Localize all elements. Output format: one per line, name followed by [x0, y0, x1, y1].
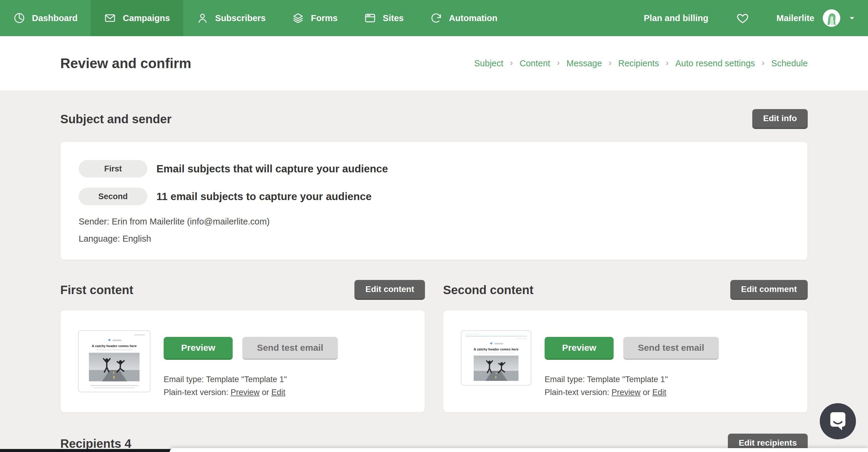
nav-right-group: Plan and billing Mailerlite	[644, 0, 868, 36]
thumb-brand-logo	[489, 342, 503, 345]
edit-info-button[interactable]: Edit info	[752, 109, 808, 129]
breadcrumb-separator: ›	[666, 58, 669, 68]
breadcrumb-separator: ›	[609, 58, 612, 68]
top-nav: Dashboard Campaigns Subscribers	[0, 0, 868, 36]
thumb-paragraph-placeholder	[90, 385, 138, 386]
breadcrumb: Subject › Content › Message › Recipients…	[474, 58, 808, 68]
second-content-card: A catchy header comes here	[443, 310, 808, 413]
plain-text-label: Plain-text version:	[164, 388, 228, 397]
thumb-photo	[89, 353, 140, 383]
nav-label: Dashboard	[32, 13, 78, 23]
edit-comment-button[interactable]: Edit comment	[730, 280, 808, 300]
main-content: Subject and sender Edit info First Email…	[0, 109, 868, 452]
nav-label: Automation	[449, 13, 497, 23]
breadcrumb-subject[interactable]: Subject	[474, 59, 503, 68]
second-content-buttons: Preview Send test email	[545, 337, 790, 360]
chat-launcher-button[interactable]	[820, 403, 856, 439]
page-header: Review and confirm Subject › Content › M…	[0, 36, 868, 90]
breadcrumb-separator: ›	[557, 58, 560, 68]
subject-row-second: Second 11 email subjects to capture your…	[79, 188, 789, 205]
bottom-sheet-edge	[170, 448, 868, 452]
plan-and-billing-link[interactable]: Plan and billing	[644, 13, 708, 23]
breadcrumb-recipients[interactable]: Recipients	[618, 59, 659, 68]
app-screen: Dashboard Campaigns Subscribers	[0, 0, 868, 452]
thumb-headline: A catchy header comes here	[474, 348, 519, 351]
refresh-loop-icon	[430, 12, 442, 24]
plain-text-preview-link[interactable]: Preview	[230, 388, 259, 397]
subject-card: First Email subjects that will capture y…	[60, 141, 808, 260]
heart-icon[interactable]	[736, 11, 749, 25]
plain-text-edit-link[interactable]: Edit	[652, 388, 666, 397]
plain-text-preview-link[interactable]: Preview	[612, 388, 641, 397]
plain-text-label: Plain-text version:	[545, 388, 610, 397]
nav-label: Campaigns	[123, 13, 170, 23]
subject-section-header: Subject and sender Edit info	[60, 109, 808, 129]
thumb-subtext-placeholder	[478, 353, 514, 353]
nav-label: Sites	[383, 13, 404, 23]
second-content-column: Second content Edit comment A catchy hea…	[443, 260, 808, 413]
language-line: Language: English	[79, 234, 789, 244]
subject-section-heading: Subject and sender	[60, 112, 172, 126]
breadcrumb-separator: ›	[762, 58, 765, 68]
thumb-paragraph-placeholder	[93, 388, 135, 388]
nav-label: Subscribers	[215, 13, 266, 23]
layers-icon	[292, 12, 304, 24]
breadcrumb-content[interactable]: Content	[520, 59, 550, 68]
avatar[interactable]	[823, 9, 840, 27]
email-type-text: Email type: Template "Template 1"	[164, 375, 407, 384]
send-test-email-button[interactable]: Send test email	[623, 337, 718, 360]
first-content-column: First content Edit content A catchy head…	[60, 260, 425, 413]
first-content-card: A catchy header comes here	[60, 310, 425, 413]
nav-item-forms[interactable]: Forms	[279, 0, 351, 36]
email-type-text: Email type: Template "Template 1"	[545, 375, 790, 384]
edit-content-button[interactable]: Edit content	[354, 280, 425, 300]
subject-pill-first: First	[79, 160, 147, 177]
nav-item-dashboard[interactable]: Dashboard	[0, 0, 91, 36]
nav-item-subscribers[interactable]: Subscribers	[183, 0, 279, 36]
subject-pill-second: Second	[79, 188, 147, 205]
nav-item-sites[interactable]: Sites	[351, 0, 417, 36]
plain-text-line: Plain-text version: Preview or Edit	[545, 388, 790, 397]
or-word: or	[262, 388, 269, 397]
first-content-buttons: Preview Send test email	[164, 337, 407, 360]
first-content-info: Preview Send test email Email type: Temp…	[164, 330, 407, 397]
email-thumbnail-second[interactable]: A catchy header comes here	[461, 330, 531, 386]
thumb-subtext-placeholder	[96, 350, 132, 350]
second-content-info: Preview Send test email Email type: Temp…	[545, 330, 790, 397]
subject-text-second: 11 email subjects to capture your audien…	[156, 190, 372, 202]
thumb-preheader-placeholder	[466, 334, 478, 334]
first-content-header: First content Edit content	[60, 280, 425, 300]
nav-item-automation[interactable]: Automation	[417, 0, 510, 36]
thumb-headline: A catchy header comes here	[92, 345, 137, 348]
breadcrumb-schedule[interactable]: Schedule	[771, 59, 808, 68]
chevron-down-icon[interactable]	[848, 14, 856, 22]
page-title: Review and confirm	[60, 55, 191, 71]
breadcrumb-message[interactable]: Message	[567, 59, 602, 68]
account-name[interactable]: Mailerlite	[776, 13, 814, 23]
envelope-icon	[104, 12, 116, 24]
preview-button[interactable]: Preview	[545, 337, 614, 360]
preview-button[interactable]: Preview	[164, 337, 233, 360]
clock-icon	[13, 12, 25, 24]
thumb-browser-link-placeholder	[134, 334, 145, 335]
recipients-heading: Recipients 4	[60, 437, 131, 451]
browser-window-icon	[364, 12, 376, 24]
thumb-browser-link-placeholder	[516, 338, 527, 339]
breadcrumb-separator: ›	[510, 58, 513, 68]
plain-text-line: Plain-text version: Preview or Edit	[164, 388, 407, 397]
nav-label: Forms	[311, 13, 338, 23]
second-content-heading: Second content	[443, 283, 533, 297]
subject-row-first: First Email subjects that will capture y…	[79, 160, 789, 177]
nav-item-campaigns[interactable]: Campaigns	[91, 0, 183, 36]
subject-text-first: Email subjects that will capture your au…	[156, 163, 388, 175]
or-word: or	[643, 388, 650, 397]
person-icon	[196, 12, 209, 24]
send-test-email-button[interactable]: Send test email	[242, 337, 338, 360]
breadcrumb-auto-resend[interactable]: Auto resend settings	[675, 59, 755, 68]
second-content-header: Second content Edit comment	[443, 280, 808, 300]
thumb-brand-logo	[107, 338, 121, 342]
thumb-photo	[472, 356, 520, 382]
email-thumbnail-first[interactable]: A catchy header comes here	[78, 330, 150, 392]
plain-text-edit-link[interactable]: Edit	[271, 388, 285, 397]
first-content-heading: First content	[60, 283, 133, 297]
